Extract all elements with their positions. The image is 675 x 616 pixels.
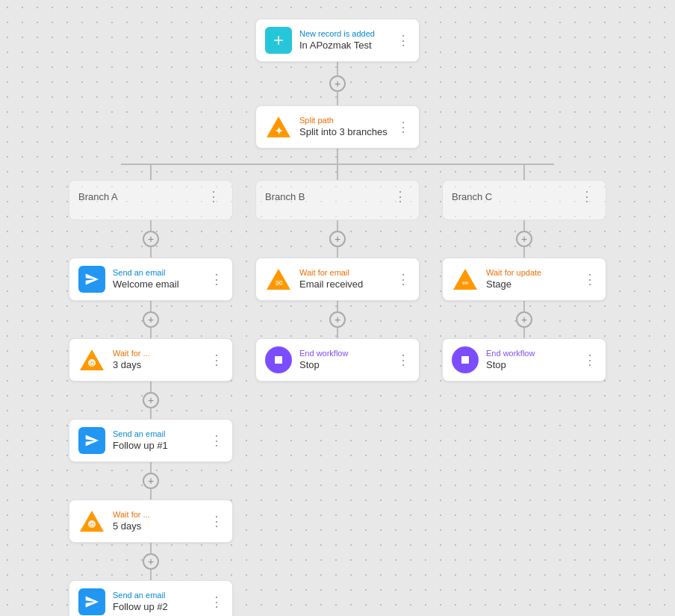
svg-rect-10	[275, 356, 282, 364]
branch-a-step-3-menu[interactable]: ⋮	[207, 431, 226, 450]
trigger-section: New record is added In APozmak Test ⋮ + …	[0, 7, 675, 149]
branch-a-menu-icon[interactable]: ⋮	[204, 187, 223, 206]
branch-a-step-1-menu[interactable]: ⋮	[207, 270, 226, 289]
wait-icon-1: ⏱	[78, 346, 105, 373]
branch-c-container: Branch C ⋮	[442, 180, 606, 220]
branch-a-line3	[150, 301, 152, 311]
branch-a-line9	[150, 543, 152, 553]
branch-c-line3	[523, 301, 525, 311]
send-email-icon-3	[78, 588, 105, 615]
branch-c-header: Branch C ⋮	[452, 187, 597, 211]
branch-c-title: Branch C	[452, 191, 577, 202]
branch-a-step-4-card[interactable]: ⏱ Wait for ... 5 days ⋮	[69, 500, 233, 543]
svg-text:✏: ✏	[462, 279, 470, 287]
branch-a-step-4-menu[interactable]: ⋮	[207, 511, 226, 531]
add-branch-b-1-btn[interactable]: +	[329, 231, 346, 247]
branch-horizontal-bar	[121, 164, 554, 165]
add-branch-c-2-btn[interactable]: +	[516, 311, 532, 328]
send-email-icon-2	[78, 427, 105, 454]
split-path-menu-icon[interactable]: ⋮	[394, 117, 413, 137]
branch-b-line1	[337, 220, 338, 231]
branch-a-col: Branch A ⋮ + Send an email Welcome email…	[61, 165, 240, 616]
svg-text:✉: ✉	[276, 279, 282, 287]
branch-a-step-2-menu[interactable]: ⋮	[207, 350, 226, 370]
add-branch-a-1-btn[interactable]: +	[143, 231, 159, 247]
branch-a-line6	[150, 408, 152, 419]
trigger-card[interactable]: New record is added In APozmak Test ⋮	[255, 19, 420, 62]
branch-a-step-3-card[interactable]: Send an email Follow up #1 ⋮	[69, 419, 233, 462]
bar-to-branch-c-line	[523, 165, 525, 180]
branch-b-container: Branch B ⋮	[255, 180, 420, 220]
end-workflow-icon-b	[265, 346, 292, 373]
branch-c-col: Branch C ⋮ + ✏ Wait for update Stage	[435, 165, 614, 382]
branch-b-menu-icon[interactable]: ⋮	[391, 187, 410, 206]
branch-b-step-1-card[interactable]: ✉ Wait for email Email received ⋮	[255, 258, 420, 301]
branch-b-title: Branch B	[265, 191, 391, 202]
branch-a-line8	[150, 489, 152, 500]
branch-b-header: Branch B ⋮	[265, 187, 410, 211]
branch-c-line1	[523, 220, 525, 231]
trigger-icon	[265, 27, 292, 54]
split-path-icon: ✦	[265, 113, 292, 140]
branch-c-line2	[523, 247, 525, 258]
branch-a-header: Branch A ⋮	[78, 187, 223, 211]
branch-b-line3	[337, 301, 338, 311]
add-branch-a-3-btn[interactable]: +	[143, 392, 159, 408]
branch-c-menu-icon[interactable]: ⋮	[577, 187, 597, 206]
branch-b-line2	[337, 247, 338, 258]
add-branch-b-2-btn[interactable]: +	[329, 311, 346, 328]
branch-b-col: Branch B ⋮ + ✉ Wait for email Email rece…	[248, 165, 427, 382]
branch-c-step-2-card[interactable]: End workflow Stop ⋮	[442, 338, 606, 382]
plus-to-split-line	[337, 92, 338, 105]
branch-a-container: Branch A ⋮	[69, 180, 233, 220]
bar-to-branch-b-line	[337, 165, 338, 180]
end-workflow-icon-c	[452, 346, 479, 373]
add-after-trigger-btn[interactable]: +	[329, 75, 346, 92]
branch-a-step-5-menu[interactable]: ⋮	[207, 592, 226, 612]
svg-rect-13	[461, 356, 469, 364]
branch-c-line4	[523, 328, 525, 338]
svg-text:⏱: ⏱	[89, 361, 95, 367]
split-to-bar-line	[337, 149, 338, 164]
branch-b-step-2-menu[interactable]: ⋮	[394, 350, 413, 370]
trigger-to-plus-line	[337, 62, 338, 75]
branch-a-step-2-card[interactable]: ⏱ Wait for ... 3 days ⋮	[69, 338, 233, 382]
svg-text:✦: ✦	[275, 125, 283, 137]
branch-a-title: Branch A	[78, 191, 204, 202]
branch-a-line2	[150, 247, 152, 258]
svg-text:⏱: ⏱	[89, 522, 95, 529]
wait-email-icon: ✉	[265, 266, 292, 293]
branch-a-step-5-card[interactable]: Send an email Follow up #2 ⋮	[69, 580, 233, 616]
send-email-icon-1	[78, 266, 105, 293]
wait-update-icon: ✏	[452, 266, 479, 293]
branch-a-line10	[150, 570, 152, 580]
trigger-menu-icon[interactable]: ⋮	[394, 31, 413, 50]
branch-c-step-1-menu[interactable]: ⋮	[580, 270, 600, 289]
branch-b-step-1-menu[interactable]: ⋮	[394, 270, 413, 289]
wait-icon-2: ⏱	[78, 508, 105, 535]
add-branch-c-1-btn[interactable]: +	[516, 231, 532, 247]
branch-a-line4	[150, 328, 152, 338]
branches-container: Branch A ⋮ + Send an email Welcome email…	[0, 165, 675, 616]
branch-c-step-1-card[interactable]: ✏ Wait for update Stage ⋮	[442, 258, 606, 301]
branch-a-step-1-card[interactable]: Send an email Welcome email ⋮	[69, 258, 233, 301]
bar-to-branch-a-line	[150, 165, 152, 180]
split-path-card[interactable]: ✦ Split path Split into 3 branches ⋮	[255, 105, 420, 149]
branch-a-line5	[150, 382, 152, 392]
add-branch-a-2-btn[interactable]: +	[143, 311, 159, 328]
add-branch-a-4-btn[interactable]: +	[143, 473, 159, 489]
branch-a-line7	[150, 462, 152, 473]
branch-c-step-2-menu[interactable]: ⋮	[580, 350, 600, 370]
workflow-canvas: New record is added In APozmak Test ⋮ + …	[0, 0, 675, 616]
branch-a-line1	[150, 220, 152, 231]
add-branch-a-5-btn[interactable]: +	[143, 553, 159, 570]
branch-b-step-2-card[interactable]: End workflow Stop ⋮	[255, 338, 420, 382]
branch-b-line4	[337, 328, 338, 338]
branch-connector	[0, 149, 675, 165]
